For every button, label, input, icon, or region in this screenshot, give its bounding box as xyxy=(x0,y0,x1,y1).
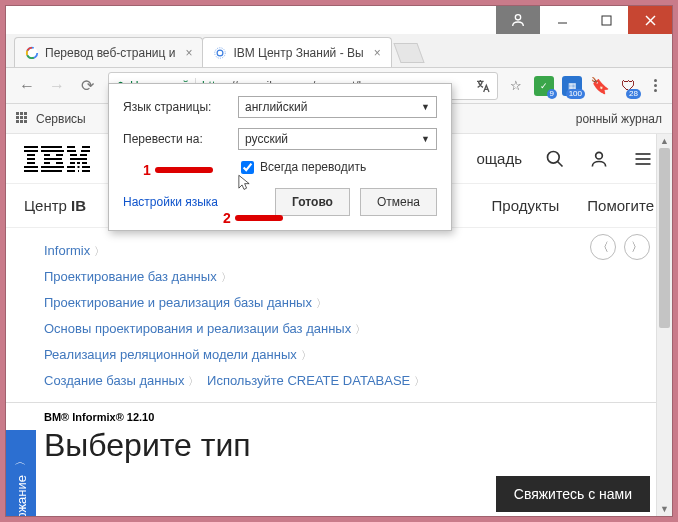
crumb[interactable]: Проектирование баз данных xyxy=(44,269,217,284)
page-lang-label: Язык страницы: xyxy=(123,100,228,114)
cancel-button[interactable]: Отмена xyxy=(360,188,437,216)
caret-down-icon: ▼ xyxy=(421,102,430,112)
svg-point-43 xyxy=(596,152,603,159)
svg-rect-31 xyxy=(70,158,87,160)
svg-rect-16 xyxy=(41,146,62,148)
svg-rect-26 xyxy=(82,146,90,148)
svg-rect-2 xyxy=(602,16,611,25)
tab-0[interactable]: Перевод веб-страниц и × xyxy=(14,37,203,67)
ibm-logo[interactable] xyxy=(24,146,90,172)
subnav-products[interactable]: Продукты xyxy=(492,197,560,214)
window-minimize-button[interactable] xyxy=(540,6,584,34)
window-maximize-button[interactable] xyxy=(584,6,628,34)
pager: 〈 〉 xyxy=(590,234,650,260)
svg-rect-35 xyxy=(67,166,75,168)
svg-rect-22 xyxy=(56,162,63,164)
user-icon[interactable] xyxy=(588,148,610,170)
ext-green[interactable]: ✓9 xyxy=(534,76,554,96)
svg-rect-40 xyxy=(82,170,90,172)
ext-yellow[interactable]: 🔖 xyxy=(590,76,610,96)
target-lang-label: Перевести на: xyxy=(123,132,228,146)
tabstrip: Перевод веб-страниц и × IBM Центр Знаний… xyxy=(6,34,672,68)
chevron-right-icon: 〉 xyxy=(221,271,232,283)
svg-rect-11 xyxy=(27,154,35,156)
page-heading: Выберите тип xyxy=(6,427,672,464)
apps-icon[interactable] xyxy=(16,112,30,126)
tab-0-title: Перевод веб-страниц и xyxy=(45,46,175,60)
target-lang-select[interactable]: русский ▼ xyxy=(238,128,437,150)
bookmark-apps-label[interactable]: Сервисы xyxy=(36,112,86,126)
ext-shield[interactable]: 🛡28 xyxy=(618,76,638,96)
browser-window: Перевод веб-страниц и × IBM Центр Знаний… xyxy=(6,6,672,516)
svg-rect-33 xyxy=(77,162,80,164)
always-translate-checkbox[interactable] xyxy=(241,161,254,174)
svg-rect-34 xyxy=(82,162,87,164)
chevron-right-icon: 〉 xyxy=(414,375,425,387)
caret-down-icon: ▼ xyxy=(421,134,430,144)
chevron-right-icon: 〉 xyxy=(316,297,327,309)
contact-button[interactable]: Свяжитесь с нами xyxy=(496,476,650,512)
crumb[interactable]: Informix xyxy=(44,243,90,258)
svg-line-42 xyxy=(558,161,563,166)
subnav-help[interactable]: Помогите xyxy=(587,197,654,214)
translate-popup: Язык страницы: английский ▼ Перевести на… xyxy=(108,83,452,231)
svg-rect-13 xyxy=(27,162,35,164)
nav-forward-button[interactable]: → xyxy=(44,73,70,99)
page-lang-select[interactable]: английский ▼ xyxy=(238,96,437,118)
browser-menu-button[interactable] xyxy=(646,79,664,92)
tab-1-title: IBM Центр Знаний - Вы xyxy=(233,46,363,60)
svg-rect-14 xyxy=(24,166,38,168)
pager-next-button[interactable]: 〉 xyxy=(624,234,650,260)
svg-rect-21 xyxy=(44,162,50,164)
done-button[interactable]: Готово xyxy=(275,188,350,216)
chevron-right-icon: 〉 xyxy=(188,375,199,387)
ibm-favicon-icon xyxy=(213,46,227,60)
svg-rect-23 xyxy=(41,166,64,168)
crumb[interactable]: Основы проектирования и реализации баз д… xyxy=(44,321,351,336)
ibm-top-link[interactable]: ощадь xyxy=(476,150,522,167)
scroll-up-icon[interactable]: ▲ xyxy=(657,134,672,148)
window-close-button[interactable] xyxy=(628,6,672,34)
crumb[interactable]: Используйте CREATE DATABASE xyxy=(207,373,410,388)
scroll-down-icon[interactable]: ▼ xyxy=(657,502,672,516)
scroll-thumb[interactable] xyxy=(659,148,670,328)
svg-rect-15 xyxy=(24,170,38,172)
cursor-icon xyxy=(237,174,251,192)
svg-rect-27 xyxy=(67,150,76,152)
hamburger-icon[interactable] xyxy=(632,148,654,170)
svg-rect-38 xyxy=(67,170,75,172)
svg-point-41 xyxy=(548,151,560,163)
svg-rect-29 xyxy=(70,154,77,156)
titlebar-user-button[interactable] xyxy=(496,6,540,34)
new-tab-button[interactable] xyxy=(393,43,424,63)
crumb[interactable]: Проектирование и реализация базы данных xyxy=(44,295,312,310)
annotation-1: 1 xyxy=(143,162,213,178)
svg-rect-37 xyxy=(82,166,90,168)
lang-settings-link[interactable]: Настройки языка xyxy=(123,195,218,209)
svg-point-0 xyxy=(515,15,520,20)
tab-close-icon[interactable]: × xyxy=(185,46,192,60)
tab-close-icon[interactable]: × xyxy=(374,46,381,60)
nav-reload-button[interactable]: ⟳ xyxy=(74,73,100,99)
vertical-scrollbar[interactable]: ▲ ▼ xyxy=(656,134,672,516)
bookmark-star-button[interactable]: ☆ xyxy=(506,76,526,96)
always-translate-label: Всегда переводить xyxy=(260,160,366,174)
tab-1[interactable]: IBM Центр Знаний - Вы × xyxy=(202,37,391,67)
svg-rect-30 xyxy=(80,154,87,156)
svg-rect-25 xyxy=(67,146,75,148)
chevron-right-icon: 〉 xyxy=(355,323,366,335)
toc-side-tab[interactable]: Содержание 〉 xyxy=(6,430,36,516)
pager-prev-button[interactable]: 〈 xyxy=(590,234,616,260)
ext-blue[interactable]: ▦100 xyxy=(562,76,582,96)
crumb[interactable]: Реализация реляционной модели данных xyxy=(44,347,297,362)
chevron-right-icon: 〉 xyxy=(14,455,29,466)
translate-icon[interactable] xyxy=(475,78,491,94)
svg-rect-24 xyxy=(41,170,62,172)
search-icon[interactable] xyxy=(544,148,566,170)
crumb[interactable]: Создание базы данных xyxy=(44,373,184,388)
nav-back-button[interactable]: ← xyxy=(14,73,40,99)
svg-rect-39 xyxy=(78,170,79,172)
subnav-title: Центр IB xyxy=(24,197,86,214)
bookmark-right-label[interactable]: ронный журнал xyxy=(576,112,662,126)
svg-rect-18 xyxy=(44,154,50,156)
